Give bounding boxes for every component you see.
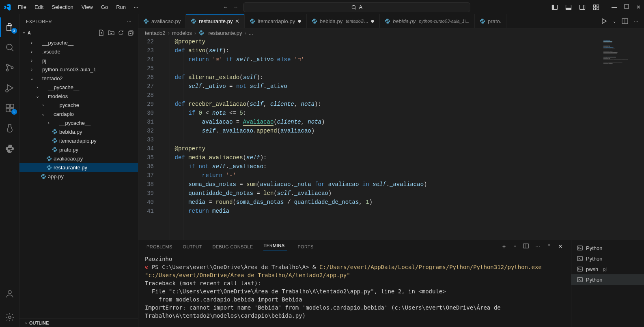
breadcrumb-segment[interactable]: modelos [172,30,192,36]
tree-item-label: tentado2 [42,75,63,81]
tree-folder[interactable]: ›.vscode [19,47,138,56]
activity-extensions[interactable]: 1 [0,98,19,118]
editor-tab[interactable]: restaurante.py✕ [186,14,245,28]
svg-rect-5 [580,5,585,9]
panel-tab-problems[interactable]: PROBLEMS [146,244,172,249]
terminal-list-item[interactable]: Python [571,274,644,285]
menu-edit[interactable]: Edit [31,2,47,12]
svg-rect-7 [594,5,596,7]
terminal-list-item[interactable]: pwshpj [571,264,644,274]
terminal-list-item[interactable]: Python [571,243,644,253]
collapse-all-icon[interactable] [127,30,134,36]
minimap[interactable]: ▬▬▬ ▬▬▬▬▬▬▬▬▬▬▬▬▬▬▬▬▬▬▬▬ ▬▬▬ ▬▬▬ ▬▬▬▬▬▬▬… [600,37,644,240]
svg-rect-10 [597,8,599,10]
split-terminal-icon[interactable] [523,243,529,250]
activity-python[interactable] [0,139,19,158]
file-tree[interactable]: ›__pycache__›.vscode›pj›python-curso03-a… [19,37,138,318]
activity-search[interactable] [0,38,19,57]
tree-folder[interactable]: ⌄modelos [19,92,138,100]
folder-root-header[interactable]: › A [19,28,138,37]
nav-back-icon[interactable]: ← [223,4,228,10]
tree-folder[interactable]: ›__pycache__ [19,118,138,127]
editor-tab[interactable]: prato. [475,14,506,28]
menu-view[interactable]: View [78,2,96,12]
menu-selection[interactable]: Selection [48,2,76,12]
tree-file[interactable]: avaliacao.py [19,154,138,163]
activity-run-debug[interactable] [0,78,19,98]
close-tab-icon[interactable]: ✕ [235,18,239,24]
activity-settings[interactable] [0,308,19,327]
panel-more-icon[interactable]: ··· [535,243,540,250]
terminal-list-item[interactable]: Python [571,253,644,264]
nav-forward-icon[interactable]: → [233,4,238,10]
tree-folder[interactable]: ›__pycache__ [19,83,138,92]
chevron-right-icon: › [28,40,35,45]
tree-file[interactable]: bebida.py [19,127,138,136]
tree-file[interactable]: itemcardapio.py [19,136,138,145]
customize-layout-icon[interactable] [593,4,599,11]
window-maximize-icon[interactable] [624,4,629,10]
editor-tab[interactable]: itemcardapio.py● [245,14,306,28]
layout-panel-icon[interactable] [565,4,572,11]
menu-run[interactable]: Run [113,2,129,12]
split-editor-icon[interactable] [622,18,628,24]
tree-folder[interactable]: ⌄tentado2 [19,74,138,83]
terminal-line: C:/Users/evert/AppData/Local/Programs/Py… [319,264,542,270]
layout-sidebar-left-icon[interactable] [551,4,558,11]
run-dropdown-icon[interactable]: ⌄ [613,19,616,24]
terminal-dropdown-icon[interactable]: ⌄ [513,243,517,250]
panel-tab-output[interactable]: OUTPUT [183,244,202,249]
code-content[interactable]: @property def ativo(self): return '⌧' if… [161,37,600,240]
layout-sidebar-right-icon[interactable] [579,4,586,11]
run-icon[interactable] [601,18,607,24]
terminal-output[interactable]: Paozinho ⊘ PS C:\Users\evert\OneDrive\Ár… [138,253,571,327]
activity-accounts[interactable] [0,284,19,303]
panel-tab-ports[interactable]: PORTS [297,244,313,249]
command-center-search[interactable]: A [243,2,470,12]
breadcrumb[interactable]: tentado2›modelos›restaurante.py›... [138,28,644,37]
tree-folder[interactable]: ›__pycache__ [19,100,138,109]
close-panel-icon[interactable]: ✕ [558,243,563,250]
tree-folder[interactable]: ›python-curso03-aula_1 [19,65,138,74]
menu-file[interactable]: File [15,2,30,12]
activity-testing[interactable] [0,119,19,138]
outline-header[interactable]: › OUTLINE [19,318,138,327]
tree-folder[interactable]: ›__pycache__ [19,38,138,47]
python-file-icon [52,147,59,152]
panel-tab-terminal[interactable]: TERMINAL [263,243,287,250]
tree-item-label: prato.py [59,147,78,153]
python-file-icon [480,18,485,24]
tree-folder[interactable]: ⌄cardapio [19,109,138,118]
refresh-icon[interactable] [118,30,124,36]
window-minimize-icon[interactable]: ― [612,4,617,10]
python-file-icon [312,18,317,24]
explorer-more-icon[interactable]: ··· [127,19,131,24]
maximize-panel-icon[interactable]: ⌃ [547,243,551,250]
dirty-indicator-icon: ● [370,19,375,23]
editor-tab[interactable]: bebida.pypython-curso03-aula_1\... [380,14,475,28]
editor-tab[interactable]: bebida.pytentado2\...● [307,14,380,28]
breadcrumb-segment[interactable]: tentado2 [145,30,166,36]
menu-go[interactable]: Go [98,2,111,12]
tree-file[interactable]: restaurante.py [19,163,138,172]
error-icon: ⊘ [145,264,148,270]
window-close-icon[interactable]: ✕ [636,4,641,10]
tab-subtitle: tentado2\... [346,19,368,24]
editor-tab[interactable]: avaliacao.py [138,14,186,28]
new-file-icon[interactable] [98,30,105,36]
tree-file[interactable]: prato.py [19,145,138,154]
menu-more[interactable]: ··· [131,2,142,12]
activity-source-control[interactable] [0,58,19,77]
breadcrumb-segment[interactable]: ... [249,30,253,36]
tree-file[interactable]: app.py [19,172,138,181]
breadcrumb-segment[interactable]: restaurante.py [208,30,242,36]
python-file-icon [191,18,196,24]
code-editor[interactable]: 2223242526272829303132333435363738394041… [138,37,600,240]
new-terminal-icon[interactable]: ＋ [501,243,507,250]
tree-folder[interactable]: ›pj [19,56,138,65]
new-folder-icon[interactable] [108,30,114,36]
terminal-line: File "c:\Users\evert\OneDrive\Área de Tr… [145,288,446,295]
tab-more-icon[interactable]: ··· [634,18,638,24]
activity-explorer[interactable]: 3 [0,17,19,37]
panel-tab-debug[interactable]: DEBUG CONSOLE [213,244,253,249]
